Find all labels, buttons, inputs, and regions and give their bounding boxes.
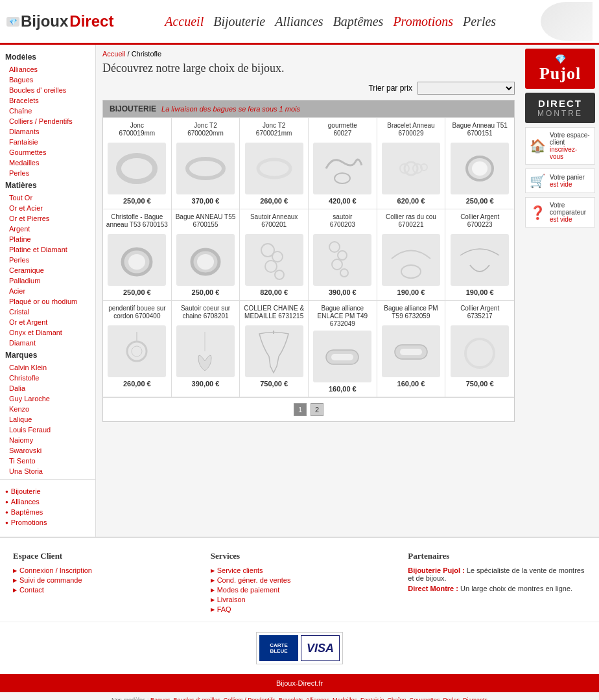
sidebar-item-platine-diamant[interactable]: Platine et Diamant [0,244,95,255]
footer-suivi[interactable]: Suivi de commande [13,576,191,584]
breadcrumb-home[interactable]: Accueil [102,50,125,58]
sidebar-item-diamant[interactable]: Diamant [0,338,95,348]
page-1[interactable]: 1 [294,403,307,416]
product-cell[interactable]: Sautoir coeur sur chaine 6708201 390,00 … [172,301,241,397]
product-name: Jonc T26700020mm [174,122,237,140]
svg-point-13 [197,254,214,270]
sidebar-item-acier[interactable]: Acier [0,286,95,296]
nav-perles[interactable]: Perles [463,14,496,29]
product-price: 420,00 € [311,197,374,205]
footer-connexion[interactable]: Connexion / Inscription [13,566,191,574]
product-image [382,234,440,286]
sidebar-item-louis-feraud[interactable]: Louis Feraud [0,425,95,435]
sidebar-item-platine[interactable]: Platine [0,234,95,244]
nav-accueil[interactable]: Accueil [165,14,204,29]
product-cell[interactable]: pendentif bouee sur cordon 6700400 260,0… [103,301,172,397]
sidebar-footer-bijouterie[interactable]: Bijouterie [11,487,41,495]
product-cell[interactable]: Bague ANNEAU T55 6700155 250,00 € [172,209,241,301]
product-cell[interactable]: Jonc T26700021mm 260,00 € [240,118,309,209]
sidebar-item-perles-mat[interactable]: Perles [0,255,95,265]
product-name: sautoir6700203 [311,213,374,231]
footer-livraison[interactable]: Livraison [211,596,389,603]
sidebar-item-or-argent[interactable]: Or et Argent [0,317,95,327]
sidebar-item-colliers[interactable]: Colliers / Pendentifs [0,116,95,126]
sidebar-item-boucles[interactable]: Boucles d' oreilles [0,85,95,95]
compare-icon: ❓ [530,205,546,220]
sidebar-item-kenzo[interactable]: Kenzo [0,404,95,414]
footer-service-clients[interactable]: Service clients [211,566,389,574]
product-price: 750,00 € [448,380,511,388]
sidebar-item-alliances[interactable]: Alliances [0,64,95,75]
sidebar-item-or-pierres[interactable]: Or et Pierres [0,213,95,224]
product-cell[interactable]: Christofle - Bague anneau T53 6700153 25… [103,209,172,301]
sidebar-item-cristal[interactable]: Cristal [0,307,95,317]
product-name: Bague alliance ENLACE PM T49 6732049 [311,305,374,328]
sidebar-item-una-storia[interactable]: Una Storia [0,466,95,476]
sidebar-item-lalique[interactable]: Lalique [0,414,95,425]
sidebar-item-argent[interactable]: Argent [0,224,95,234]
sidebar-footer-alliances[interactable]: Alliances [11,498,40,506]
sidebar-item-christofle[interactable]: Christofle [0,373,95,383]
footer-faq[interactable]: FAQ [211,605,389,613]
product-image [451,143,509,194]
direct-montre-box[interactable]: DIRECT MONTRE [525,93,595,123]
svg-point-15 [272,251,283,262]
sidebar-item-bracelets[interactable]: Bracelets [0,95,95,106]
sidebar-footer-baptemes[interactable]: Baptêmes [11,508,43,516]
footer-direct-montre: Direct Montre : Un large choix de montre… [408,585,586,592]
sidebar-item-fantaisie[interactable]: Fantaisie [0,137,95,147]
product-cell[interactable]: Collier ras du cou6700221 190,00 € [377,209,446,301]
nav-baptemes[interactable]: Baptêmes [333,14,384,29]
product-cell[interactable]: Bague alliance PM T59 6732059 160,00 € [377,301,446,397]
pujol-box[interactable]: 💎 Pujol [525,49,595,89]
product-cell[interactable]: Collier Argent6700223 190,00 € [445,209,514,301]
page-2[interactable]: 2 [311,403,323,416]
product-cell[interactable]: Bague alliance ENLACE PM T49 6732049 160… [309,301,377,397]
sidebar-item-naiomy[interactable]: Naiomy [0,435,95,445]
product-cell[interactable]: COLLIER CHAINE & MEDAILLE 6731215 750,00… [240,301,309,397]
sidebar-item-diamants[interactable]: Diamants [0,126,95,137]
footer-contact[interactable]: Contact [13,586,191,594]
product-price: 370,00 € [174,197,237,205]
sidebar-item-tout-or[interactable]: Tout Or [0,192,95,203]
sidebar-item-calvin-klein[interactable]: Calvin Klein [0,362,95,373]
sidebar-item-chaine[interactable]: Chaîne [0,106,95,116]
footer-modes-paiement[interactable]: Modes de paiement [211,586,389,594]
sidebar-item-guy-laroche[interactable]: Guy Laroche [0,393,95,404]
product-cell[interactable]: gourmette60027 420,00 € [309,118,377,209]
sidebar-item-ceramique[interactable]: Ceramique [0,265,95,275]
nos-modeles-label: Nos modèles : [112,697,149,700]
sidebar-item-swarovski[interactable]: Swarovski [0,445,95,456]
sidebar-item-ti-sento[interactable]: Ti Sento [0,456,95,466]
nav-bijouterie[interactable]: Bijouterie [213,14,265,29]
product-price: 820,00 € [242,288,305,296]
sidebar-item-or-acier[interactable]: Or et Acier [0,203,95,213]
sidebar-item-plaque[interactable]: Plaqué or ou rhodium [0,296,95,307]
product-cell[interactable]: Collier Argent6735217 750,00 € [445,301,514,397]
comparateur-label: Votre comparateur [550,202,591,216]
sidebar-item-dalia[interactable]: Dalia [0,383,95,393]
sort-select[interactable] [417,82,515,95]
sidebar-item-palladium[interactable]: Palladium [0,275,95,286]
sidebar-item-bagues[interactable]: Bagues [0,75,95,85]
nav-promotions[interactable]: Promotions [393,14,453,29]
product-cell[interactable]: Bague Anneau T516700151 250,00 € [445,118,514,209]
sidebar-item-medailles[interactable]: Medailles [0,158,95,168]
product-cell[interactable]: Jonc T26700020mm 370,00 € [172,118,241,209]
sidebar-item-onyx[interactable]: Onyx et Diamant [0,327,95,338]
product-cell[interactable]: Jonc6700019mm 250,00 € [103,118,172,209]
sidebar-item-gourmettes[interactable]: Gourmettes [0,147,95,158]
product-image [451,325,509,377]
product-cell[interactable]: Sautoir Anneaux6700201 820,00 € [240,209,309,301]
bottom-footer: Bijoux-Direct.fr [0,674,599,692]
espace-client-link[interactable]: inscrivez-vous [550,146,577,160]
product-image [313,143,371,194]
product-price: 160,00 € [311,385,374,393]
sidebar-item-perles[interactable]: Perles [0,168,95,178]
footer-cond-ventes[interactable]: Cond. géner. de ventes [211,576,389,584]
nos-modeles: Nos modèles : Bagues, Boucles d' oreille… [6,696,593,700]
product-cell[interactable]: sautoir6700203 390,00 € [309,209,377,301]
product-cell[interactable]: Bracelet Anneau6700029 620,00 € [377,118,446,209]
nav-alliances[interactable]: Alliances [275,14,323,29]
sidebar-footer-promotions[interactable]: Promotions [11,519,47,526]
